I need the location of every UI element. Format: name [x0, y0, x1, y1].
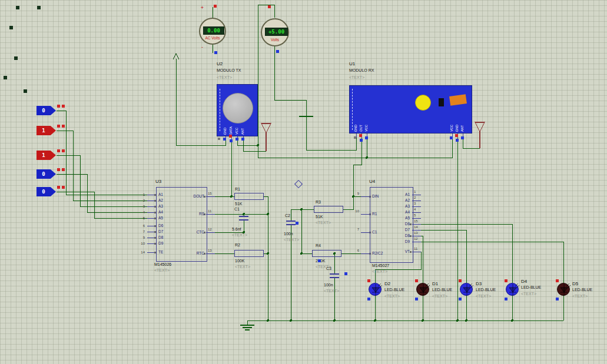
- r3-body[interactable]: [314, 206, 343, 213]
- u3-text: <TEXT>: [154, 268, 170, 272]
- pin-number: 4: [414, 207, 416, 212]
- pin-label: D8: [158, 235, 163, 240]
- pin-label: D9: [392, 239, 410, 244]
- ground-symbol[interactable]: [240, 116, 313, 330]
- pin-number: 2: [414, 195, 416, 200]
- pin-marker: [459, 279, 462, 282]
- pin-number: 2: [137, 198, 145, 203]
- pin-marker: [218, 138, 220, 140]
- pin-number: 12: [208, 227, 212, 232]
- led-text: <TEXT>: [476, 294, 491, 298]
- pin-number: 13: [414, 231, 418, 235]
- rx-ref: U1: [349, 61, 355, 66]
- pin-number: 15: [208, 191, 212, 196]
- marker-dot: [14, 56, 18, 60]
- r3-value: 51K: [316, 215, 323, 219]
- pin-label: R2/C2: [372, 251, 383, 256]
- c2-value: 100n: [284, 232, 293, 236]
- rx-pin-label: VCC: [450, 125, 455, 132]
- ac-voltmeter[interactable]: 0.00 AC Volts: [199, 18, 226, 45]
- r2-body[interactable]: [234, 250, 264, 257]
- pin-number: 6: [352, 248, 359, 253]
- pin-label: RS: [187, 212, 204, 216]
- pin-number: 1: [414, 189, 416, 194]
- pin-marker: [318, 259, 321, 262]
- rx-pin-label: ANT: [461, 125, 466, 132]
- u3-ref: U3: [155, 179, 161, 184]
- dc-voltmeter-display: +5.00: [265, 28, 288, 36]
- led-text: <TEXT>: [432, 294, 447, 298]
- pin-number: 7: [352, 227, 359, 232]
- r4-body[interactable]: [312, 250, 341, 257]
- pin-number: 9: [137, 235, 145, 240]
- pin-number: 6: [137, 223, 145, 228]
- ac-voltmeter-display: 0.00: [203, 26, 224, 35]
- pin-number: 4: [137, 210, 145, 215]
- led-d2[interactable]: [369, 283, 382, 296]
- rx-component-icon: [449, 94, 467, 106]
- led-ref: D4: [521, 279, 527, 284]
- pin-marker: [57, 168, 60, 171]
- led-text: <TEXT>: [384, 294, 400, 298]
- pin-label: TE: [158, 250, 163, 255]
- tx-text: <TEXT>: [217, 75, 232, 79]
- rx-pin-label: OUT: [360, 125, 364, 132]
- pin-number: 12: [414, 236, 418, 241]
- led-d4[interactable]: [506, 283, 519, 296]
- led-ref: D3: [476, 281, 482, 286]
- pin-marker: [415, 298, 418, 300]
- pin-label: DIN: [372, 194, 379, 199]
- marker-dot: [4, 76, 7, 79]
- r1-body[interactable]: [234, 193, 264, 200]
- led-ref: D5: [572, 281, 578, 286]
- pin-marker: [57, 105, 60, 108]
- c2-ref: C2: [285, 213, 290, 218]
- wire[interactable]: [57, 5, 563, 325]
- power-arrow-icon[interactable]: [173, 54, 179, 59]
- pin-marker: [62, 149, 65, 152]
- tx-module-body[interactable]: GND DATA VCC ANT: [217, 84, 258, 136]
- pin-marker: [57, 125, 60, 128]
- led-text: <TEXT>: [521, 292, 536, 296]
- pin-label: D9: [158, 241, 163, 246]
- schematic-canvas[interactable]: { "meters": { "ac": { "reading": "0.00",…: [0, 0, 607, 364]
- pin-label: CTC: [187, 230, 204, 235]
- pin-label: A1: [158, 192, 163, 197]
- r3-text: <TEXT>: [316, 221, 331, 225]
- r2-value: 100K: [235, 259, 244, 263]
- pin-marker: [459, 298, 462, 300]
- led-d1[interactable]: [416, 283, 429, 296]
- dc-voltmeter[interactable]: +5.00 Volts: [261, 18, 289, 46]
- tx-pin-label: DATA: [230, 126, 234, 135]
- pin-marker: [241, 138, 244, 141]
- pin-label: R1: [372, 212, 377, 216]
- pin-marker: [62, 186, 65, 189]
- pin-marker: [344, 272, 347, 275]
- pin-marker: [57, 149, 60, 152]
- tx-coil-icon: [223, 93, 253, 123]
- pin-marker: [415, 279, 418, 282]
- c3-ref: C3: [326, 266, 331, 271]
- r2-text: <TEXT>: [235, 265, 250, 269]
- pin-label: D7: [158, 229, 163, 234]
- pin-marker: [505, 279, 508, 282]
- dc-voltmeter-label: Volts: [262, 38, 288, 42]
- pin-label: A5: [158, 216, 163, 221]
- pin-marker: [450, 136, 453, 139]
- pin-label: C1: [372, 230, 377, 235]
- led-d5[interactable]: [557, 283, 570, 296]
- pin-marker: [230, 139, 233, 142]
- ac-voltmeter-label: AC Volts: [200, 36, 225, 40]
- led-d3[interactable]: [460, 283, 473, 296]
- rx-pin-label: GND: [354, 125, 359, 132]
- pin-marker: [214, 51, 217, 54]
- pin-marker: [505, 298, 508, 300]
- pin-number: 10: [352, 209, 359, 213]
- u4-part: M145027: [372, 263, 389, 268]
- led-type: LED-BLUE: [432, 288, 452, 292]
- pin-number: 3: [137, 204, 145, 209]
- led-ref: D2: [384, 281, 390, 286]
- pin-number: 13: [208, 248, 212, 253]
- pin-marker: [360, 139, 363, 142]
- rx-module-body[interactable]: GND OUT VCC VCC GND ANT: [349, 85, 472, 133]
